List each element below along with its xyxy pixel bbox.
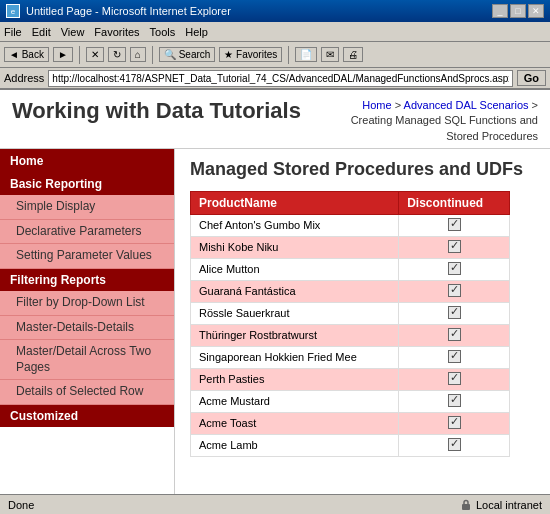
discontinued-cell — [399, 346, 510, 368]
table-row: Alice Mutton — [191, 258, 510, 280]
print-button[interactable]: 🖨 — [343, 47, 363, 62]
sidebar-category-filtering[interactable]: Filtering Reports — [0, 269, 174, 291]
table-row: Mishi Kobe Niku — [191, 236, 510, 258]
svg-rect-0 — [462, 504, 470, 510]
home-button[interactable]: ⌂ — [130, 47, 146, 62]
product-name-cell: Acme Mustard — [191, 390, 399, 412]
table-row: Guaraná Fantástica — [191, 280, 510, 302]
checkbox-checked-icon — [448, 328, 461, 341]
product-name-cell: Rössle Sauerkraut — [191, 302, 399, 324]
table-row: Thüringer Rostbratwurst — [191, 324, 510, 346]
breadcrumb-section[interactable]: Advanced DAL Scenarios — [404, 99, 529, 111]
toolbar-separator — [79, 46, 80, 64]
address-bar: Address Go — [0, 68, 550, 90]
table-row: Perth Pasties — [191, 368, 510, 390]
sidebar-item-master-detail-pages[interactable]: Master/Detail Across Two Pages — [0, 340, 174, 380]
breadcrumb-page: Creating Managed SQL Functions and Store… — [351, 114, 538, 141]
toolbar-separator2 — [152, 46, 153, 64]
discontinued-cell — [399, 258, 510, 280]
discontinued-cell — [399, 412, 510, 434]
discontinued-cell — [399, 214, 510, 236]
sidebar-item-filter-dropdown[interactable]: Filter by Drop-Down List — [0, 291, 174, 316]
page-header: Working with Data Tutorials Home > Advan… — [0, 90, 550, 149]
discontinued-cell — [399, 368, 510, 390]
discontinued-cell — [399, 280, 510, 302]
menu-view[interactable]: View — [61, 26, 85, 38]
lock-icon — [460, 499, 472, 511]
menu-file[interactable]: File — [4, 26, 22, 38]
breadcrumb-home[interactable]: Home — [362, 99, 391, 111]
checkbox-checked-icon — [448, 240, 461, 253]
window-title: Untitled Page - Microsoft Internet Explo… — [26, 5, 231, 17]
table-row: Acme Lamb — [191, 434, 510, 456]
product-name-cell: Acme Toast — [191, 412, 399, 434]
table-row: Rössle Sauerkraut — [191, 302, 510, 324]
discontinued-cell — [399, 390, 510, 412]
status-bar: Done Local intranet — [0, 494, 550, 514]
checkbox-checked-icon — [448, 438, 461, 451]
product-name-cell: Thüringer Rostbratwurst — [191, 324, 399, 346]
menu-edit[interactable]: Edit — [32, 26, 51, 38]
checkbox-checked-icon — [448, 306, 461, 319]
product-name-cell: Alice Mutton — [191, 258, 399, 280]
sidebar-item-details-selected-row[interactable]: Details of Selected Row — [0, 380, 174, 405]
menu-help[interactable]: Help — [185, 26, 208, 38]
sidebar-home[interactable]: Home — [0, 149, 174, 173]
menu-tools[interactable]: Tools — [150, 26, 176, 38]
minimize-button[interactable]: _ — [492, 4, 508, 18]
data-table: ProductName Discontinued Chef Anton's Gu… — [190, 191, 510, 457]
table-row: Acme Toast — [191, 412, 510, 434]
discontinued-cell — [399, 324, 510, 346]
toolbar-separator3 — [288, 46, 289, 64]
sidebar-category-customized[interactable]: Customized — [0, 405, 174, 427]
discontinued-cell — [399, 302, 510, 324]
go-button[interactable]: Go — [517, 70, 546, 86]
zone-indicator: Local intranet — [460, 499, 542, 511]
page-title: Working with Data Tutorials — [12, 98, 301, 124]
mail-button[interactable]: ✉ — [321, 47, 339, 62]
refresh-button[interactable]: ↻ — [108, 47, 126, 62]
page-content: Working with Data Tutorials Home > Advan… — [0, 90, 550, 494]
sidebar-item-setting-params[interactable]: Setting Parameter Values — [0, 244, 174, 269]
breadcrumb: Home > Advanced DAL Scenarios > Creating… — [338, 98, 538, 144]
product-name-cell: Singaporean Hokkien Fried Mee — [191, 346, 399, 368]
menu-favorites[interactable]: Favorites — [94, 26, 139, 38]
maximize-button[interactable]: □ — [510, 4, 526, 18]
product-name-cell: Acme Lamb — [191, 434, 399, 456]
checkbox-checked-icon — [448, 262, 461, 275]
sidebar-category-basic[interactable]: Basic Reporting — [0, 173, 174, 195]
col-product-name: ProductName — [191, 191, 399, 214]
menu-bar: File Edit View Favorites Tools Help — [0, 22, 550, 42]
table-row: Chef Anton's Gumbo Mix — [191, 214, 510, 236]
history-button[interactable]: 📄 — [295, 47, 317, 62]
stop-button[interactable]: ✕ — [86, 47, 104, 62]
forward-button[interactable]: ► — [53, 47, 73, 62]
sidebar-item-declarative-params[interactable]: Declarative Parameters — [0, 220, 174, 245]
back-button[interactable]: ◄ ← BackBack — [4, 47, 49, 62]
window-controls[interactable]: _ □ ✕ — [492, 4, 544, 18]
discontinued-cell — [399, 434, 510, 456]
browser-icon: e — [6, 4, 20, 18]
checkbox-checked-icon — [448, 394, 461, 407]
main-content: Managed Stored Procedures and UDFs Produ… — [175, 149, 550, 494]
sidebar-item-master-details[interactable]: Master-Details-Details — [0, 316, 174, 341]
col-discontinued: Discontinued — [399, 191, 510, 214]
product-name-cell: Guaraná Fantástica — [191, 280, 399, 302]
toolbar: ◄ ← BackBack ► ✕ ↻ ⌂ 🔍 Search ★ Favorite… — [0, 42, 550, 68]
checkbox-checked-icon — [448, 284, 461, 297]
search-button[interactable]: 🔍 Search — [159, 47, 215, 62]
favorites-button[interactable]: ★ Favorites — [219, 47, 282, 62]
product-name-cell: Perth Pasties — [191, 368, 399, 390]
close-button[interactable]: ✕ — [528, 4, 544, 18]
main-area: Home Basic Reporting Simple Display Decl… — [0, 149, 550, 494]
content-title: Managed Stored Procedures and UDFs — [190, 159, 535, 181]
address-input[interactable] — [48, 70, 512, 87]
checkbox-checked-icon — [448, 218, 461, 231]
sidebar-item-simple-display[interactable]: Simple Display — [0, 195, 174, 220]
checkbox-checked-icon — [448, 350, 461, 363]
table-row: Singaporean Hokkien Fried Mee — [191, 346, 510, 368]
checkbox-checked-icon — [448, 416, 461, 429]
title-bar: e Untitled Page - Microsoft Internet Exp… — [0, 0, 550, 22]
product-name-cell: Mishi Kobe Niku — [191, 236, 399, 258]
sidebar: Home Basic Reporting Simple Display Decl… — [0, 149, 175, 494]
